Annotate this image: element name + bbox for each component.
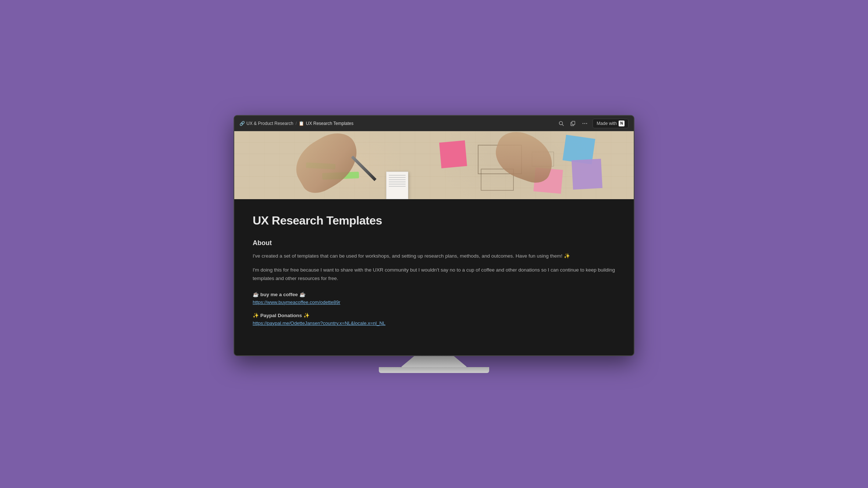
document-page bbox=[386, 172, 408, 199]
paypal-label: ✨ Paypal Donations ✨ bbox=[253, 312, 615, 318]
doc-line-1 bbox=[389, 175, 406, 176]
doc-line-2 bbox=[389, 177, 406, 178]
page-title: UX Research Templates bbox=[253, 214, 615, 227]
page-content: UX Research Templates About I've created… bbox=[234, 199, 634, 355]
monitor-screen: 🔗 UX & Product Research / 📋 UX Research … bbox=[234, 115, 634, 356]
sticky-note-purple bbox=[572, 159, 602, 190]
parent-page-icon: 🔗 bbox=[239, 121, 245, 126]
breadcrumb-parent-label: UX & Product Research bbox=[246, 121, 293, 126]
about-paragraph-2: I'm doing this for free because I want t… bbox=[253, 266, 615, 283]
doc-line-5 bbox=[389, 184, 406, 184]
breadcrumb-parent[interactable]: 🔗 UX & Product Research bbox=[239, 121, 293, 126]
monitor-stand bbox=[401, 356, 467, 367]
paypal-link[interactable]: https://paypal.me/OdetteJansen?country.x… bbox=[253, 320, 615, 326]
current-page-icon: 📋 bbox=[299, 121, 304, 126]
svg-rect-3 bbox=[572, 121, 575, 125]
breadcrumb-current: 📋 UX Research Templates bbox=[299, 121, 353, 126]
search-icon[interactable] bbox=[557, 119, 565, 128]
more-icon[interactable] bbox=[581, 119, 589, 128]
svg-point-6 bbox=[586, 123, 587, 124]
made-with-button[interactable]: Made with N bbox=[593, 119, 629, 128]
coffee-link[interactable]: https://www.buymeacoffee.com/odette89r bbox=[253, 299, 615, 305]
sticky-note-pink bbox=[439, 140, 467, 168]
copy-icon[interactable] bbox=[569, 119, 577, 128]
browser-bar: 🔗 UX & Product Research / 📋 UX Research … bbox=[234, 116, 634, 131]
about-heading: About bbox=[253, 239, 615, 247]
made-with-label: Made with bbox=[597, 121, 617, 126]
browser-actions: Made with N bbox=[557, 119, 629, 128]
document-lines bbox=[387, 172, 408, 190]
svg-point-5 bbox=[584, 123, 586, 124]
about-paragraph-1: I've created a set of templates that can… bbox=[253, 252, 615, 260]
doc-line-6 bbox=[389, 186, 406, 187]
breadcrumb-separator: / bbox=[295, 121, 296, 126]
monitor-base bbox=[379, 367, 489, 373]
coffee-label: ☕ buy me a coffee ☕ bbox=[253, 291, 615, 297]
svg-point-4 bbox=[583, 123, 584, 124]
coffee-section: ☕ buy me a coffee ☕ https://www.buymeaco… bbox=[253, 291, 615, 326]
svg-line-1 bbox=[562, 124, 564, 126]
breadcrumb: 🔗 UX & Product Research / 📋 UX Research … bbox=[239, 121, 554, 126]
doc-line-4 bbox=[389, 182, 406, 182]
hero-image bbox=[234, 131, 634, 199]
doc-line-3 bbox=[389, 179, 406, 180]
breadcrumb-current-label: UX Research Templates bbox=[306, 121, 353, 126]
notion-logo-icon: N bbox=[619, 121, 625, 126]
